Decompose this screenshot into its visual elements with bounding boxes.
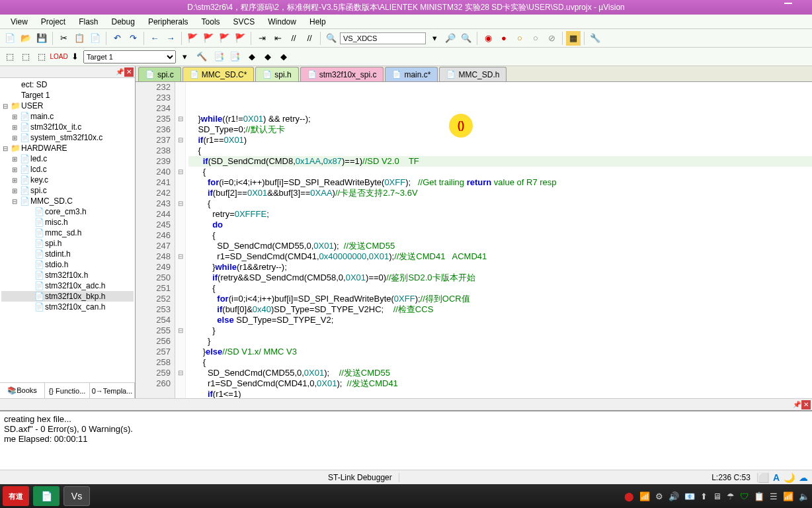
tree-item[interactable]: ⊟📁USER: [1, 101, 134, 111]
copy-icon[interactable]: 📋: [72, 31, 87, 46]
tray-icon[interactable]: 📶: [783, 491, 793, 501]
tree-item[interactable]: Target 1: [1, 90, 134, 101]
bookmark-next-icon[interactable]: 🚩: [201, 31, 216, 46]
outdent-icon[interactable]: ⇤: [270, 31, 285, 46]
tree-item[interactable]: 📄stm32f10x_adc.h: [1, 280, 134, 291]
target-options-icon[interactable]: ▾: [177, 50, 192, 64]
breakpoint-kill-icon[interactable]: ⊘: [544, 31, 559, 46]
tray-icon[interactable]: 🔊: [669, 491, 679, 501]
options-icon[interactable]: 🔨: [194, 50, 209, 64]
save-icon[interactable]: 💾: [34, 31, 49, 46]
find-input[interactable]: [340, 32, 426, 44]
translate-icon[interactable]: ⬚: [3, 50, 17, 64]
tree-item[interactable]: ⊞📄stm32f10x_it.c: [1, 122, 134, 132]
tree-item[interactable]: 📄spi.h: [1, 238, 134, 249]
tree-item[interactable]: 📄core_cm3.h: [1, 206, 134, 217]
close-icon[interactable]: ✕: [124, 67, 134, 77]
tree-item[interactable]: ⊞📄led.c: [1, 153, 134, 164]
tree-item[interactable]: 📄stdint.h: [1, 249, 134, 259]
file-tab[interactable]: 📄main.c*: [385, 67, 438, 81]
menu-help[interactable]: Help: [303, 16, 333, 28]
pack-icon[interactable]: ◆: [245, 50, 259, 64]
bookmark-prev-icon[interactable]: 🚩: [217, 31, 231, 46]
redo-icon[interactable]: ↷: [126, 31, 140, 46]
pack2-icon[interactable]: ◆: [261, 50, 275, 64]
tray-icon[interactable]: 📶: [639, 491, 650, 501]
menu-project[interactable]: Project: [34, 16, 72, 28]
breakpoint-insert-icon[interactable]: ●: [497, 31, 511, 46]
tree-item[interactable]: ⊞📄key.c: [1, 175, 134, 185]
menu-window[interactable]: Window: [261, 16, 303, 28]
taskbar-pdf[interactable]: 📄: [33, 486, 60, 506]
configure-icon[interactable]: 🔧: [588, 31, 602, 46]
new-file-icon[interactable]: 📄: [3, 31, 17, 46]
download-icon[interactable]: ⬇: [67, 50, 82, 64]
menu-tools[interactable]: Tools: [195, 16, 227, 28]
tree-item[interactable]: ⊞📄main.c: [1, 111, 134, 122]
code-content[interactable]: () }while((r1!=0X01) && retry--); SD_Typ…: [186, 82, 812, 398]
sidebar-tab[interactable]: {} Functio...: [45, 383, 90, 398]
cloud-icon[interactable]: ☁: [799, 472, 808, 483]
window-layout-icon[interactable]: ▦: [566, 31, 581, 46]
uncomment-icon[interactable]: //: [302, 31, 317, 46]
cut-icon[interactable]: ✂: [56, 31, 71, 46]
moon-icon[interactable]: 🌙: [784, 472, 795, 483]
fold-column[interactable]: ⊟⊟⊟⊟⊟⊟⊟: [175, 82, 186, 398]
tray-icon[interactable]: 📧: [684, 491, 695, 501]
taskbar-youdao[interactable]: 有道: [3, 486, 29, 506]
breakpoint-disable-icon[interactable]: ○: [528, 31, 543, 46]
file-tab[interactable]: 📄spi.c: [138, 67, 181, 81]
find-icon[interactable]: 🔍: [324, 31, 339, 46]
tree-item[interactable]: ⊞📄lcd.c: [1, 164, 134, 175]
tree-item[interactable]: 📄stm32f10x.h: [1, 270, 134, 280]
file-tab[interactable]: 📄stm32f10x_spi.c: [300, 67, 384, 81]
bookmark-icon[interactable]: 🚩: [185, 31, 200, 46]
incremental-find-icon[interactable]: 🔍: [459, 31, 473, 46]
pin-icon[interactable]: 📌: [115, 67, 124, 77]
minimize-button[interactable]: [784, 3, 792, 4]
tree-item[interactable]: 📄misc.h: [1, 217, 134, 228]
rebuild-icon[interactable]: ⬚: [34, 50, 49, 64]
file-ext-icon[interactable]: 📑: [212, 50, 226, 64]
menu-svcs[interactable]: SVCS: [227, 16, 262, 28]
tree-item[interactable]: 📄mmc_sd.h: [1, 228, 134, 238]
paste-icon[interactable]: 📄: [88, 31, 102, 46]
tree-item[interactable]: ⊞📄spi.c: [1, 185, 134, 196]
find-dropdown-icon[interactable]: ▾: [427, 31, 442, 46]
pin-icon[interactable]: 📌: [792, 400, 801, 409]
project-tree[interactable]: ect: SDTarget 1⊟📁USER⊞📄main.c⊞📄stm32f10x…: [0, 78, 135, 382]
batch-build-icon[interactable]: LOAD: [52, 50, 66, 64]
taskbar-vs[interactable]: Vs: [63, 486, 90, 506]
find-files-icon[interactable]: 🔎: [443, 31, 458, 46]
file-tab[interactable]: 📄MMC_SD.C*: [183, 67, 255, 81]
tray-icon[interactable]: ⬤: [624, 491, 634, 501]
manage-icon[interactable]: 📑: [227, 50, 242, 64]
tree-item[interactable]: ect: SD: [1, 79, 134, 90]
code-area[interactable]: 2322332342352362372382392402412422432442…: [136, 82, 812, 398]
build-icon[interactable]: ⬚: [19, 50, 33, 64]
nav-back-icon[interactable]: ←: [147, 31, 162, 46]
bookmark-clear-icon[interactable]: 🚩: [233, 31, 247, 46]
file-tab[interactable]: 📄MMC_SD.h: [439, 67, 507, 81]
comment-icon[interactable]: //: [286, 31, 301, 46]
tree-item[interactable]: 📄stdio.h: [1, 259, 134, 270]
open-file-icon[interactable]: 📂: [19, 31, 33, 46]
file-tab[interactable]: 📄spi.h: [255, 67, 298, 81]
indent-icon[interactable]: ⇥: [255, 31, 269, 46]
tree-item[interactable]: ⊟📁HARDWARE: [1, 143, 134, 153]
tray-icon[interactable]: ☰: [770, 491, 778, 501]
tray-icon[interactable]: 🔈: [799, 491, 809, 501]
tree-item[interactable]: ⊟📄MMC_SD.C: [1, 196, 134, 206]
undo-icon[interactable]: ↶: [110, 31, 124, 46]
menu-view[interactable]: View: [4, 16, 34, 28]
breakpoint-enable-icon[interactable]: ○: [512, 31, 527, 46]
tray-icon[interactable]: ☂: [727, 491, 735, 501]
tray-icon[interactable]: ⚙: [655, 491, 663, 501]
tray-icon[interactable]: 📋: [754, 491, 764, 501]
close-icon[interactable]: ✕: [801, 400, 811, 409]
pack3-icon[interactable]: ◆: [276, 50, 291, 64]
a-icon[interactable]: A: [773, 472, 780, 483]
menu-peripherals[interactable]: Peripherals: [142, 16, 195, 28]
target-select[interactable]: Target 1: [83, 50, 176, 64]
nav-fwd-icon[interactable]: →: [163, 31, 178, 46]
